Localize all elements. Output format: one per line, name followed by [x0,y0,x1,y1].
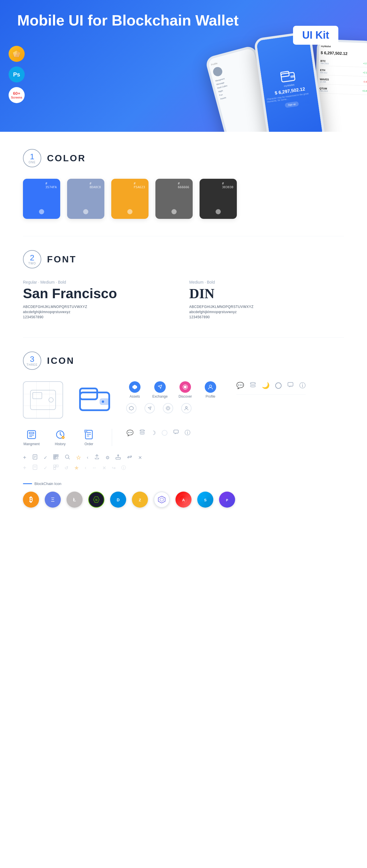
icon-num: 3 [30,355,34,363]
receipt-icon [32,454,38,461]
x-icon-dim: ✕ [102,465,106,471]
separator-2 [23,337,344,338]
svg-text:D: D [117,498,119,502]
color-swatch-gray-blue: #8DA0C8 [67,179,104,219]
coin-row-btc: BTC 788·2003 +1.5% [320,58,367,68]
svg-marker-13 [133,385,137,389]
check-icon-dim: ✓ [44,465,47,471]
photoshop-icon: Ps [9,66,25,83]
management-icon-item: Mangment [23,429,40,446]
coin-row-waves: WAVES 12-298 -0.8% [320,77,367,86]
extra-icons-row1: 💬 🌙 ⓘ [236,381,306,390]
sketch-icon [9,46,25,62]
order-label: Order [85,442,93,446]
svg-rect-50 [58,459,58,459]
discover-icon [179,381,191,393]
color-word: ONE [29,161,36,164]
btc-coin: ₿ [23,492,39,507]
svg-rect-8 [290,75,295,78]
color-section-number: 1 ONE [23,149,41,167]
color-title: COLOR [47,153,86,163]
chevron-left-icon-dim: ‹ [85,465,86,470]
utility-icons-row-1: + ✓ ☆ ‹ ⚙ ✕ [23,454,344,461]
utility-icons-row-2: + ✓ ↺ ★ ‹ ↔ ✕ ↪ ⓘ [23,464,344,471]
phone-mockups: Profile Mangment Message Redi Calles Nig… [209,34,367,132]
management-icon [26,429,37,440]
phone-screen-right: myWallet $ 6,297,502.12 BTC 788·2003 +1.… [316,41,367,132]
coin-row-qtum: QTUM 708-2003 +0.4% [319,86,367,95]
star-filled-icon: ★ [74,464,79,471]
exchange-outline-icon [144,403,155,413]
speech-icon [287,381,293,390]
svg-point-51 [65,455,69,458]
chat-icon: 💬 [236,382,244,389]
svg-point-12 [102,401,104,403]
font-sf-upper: ABCDEFGHIJKLMNOPQRSTUVWXYZ [23,305,178,309]
layers-small-icon [139,429,145,436]
svg-point-18 [167,407,169,409]
font-din-style: Medium · Bold [189,280,344,284]
font-word: TWO [28,262,36,265]
svg-marker-68 [158,496,165,503]
layers-icon [250,381,256,390]
hero-section: Mobile UI for Blockchain Wallet UI Kit P… [0,0,367,132]
icon-word: THREE [27,363,38,366]
wallet-wireframe-icon [23,381,63,418]
tab-icons-row: Mangment History [23,429,344,446]
font-section-number: 2 TWO [23,250,41,269]
svg-rect-59 [54,467,56,469]
redo-icon-dim: ↪ [112,465,116,471]
history-icon [55,429,66,440]
icon-title: ICON [47,355,75,366]
color-swatch-gray: #666666 [156,179,193,219]
profile-label: Profile [205,395,215,399]
check-icon: ✓ [44,455,47,460]
color-swatches: #3574FA #8DA0C8 #F5A623 #666666 #303030 [23,179,344,219]
font-num: 2 [30,254,34,262]
dot-icon [162,430,167,436]
svg-rect-33 [85,430,87,432]
coin-row-eth: ETH 564.912 +2.1% [320,68,367,77]
ltc-coin: Ł [66,492,83,507]
util-icons-row-1: 💬 ☽ ⓘ [126,429,190,437]
wallet-blue-icon [75,381,115,418]
svg-rect-22 [288,382,293,386]
ui-kit-badge: UI Kit [293,26,338,45]
icon-section-header: 3 THREE ICON [23,351,344,370]
util-icons-block: 💬 ☽ ⓘ [126,429,190,437]
profile-icon [205,381,216,393]
svg-text:N: N [95,498,97,502]
order-icon [83,429,94,440]
color-swatch-dark: #303030 [200,179,237,219]
svg-text:S: S [204,498,207,502]
font-din-numbers: 1234567890 [189,315,344,319]
history-label: History [55,442,65,446]
svg-rect-23 [28,431,35,439]
svg-point-20 [186,406,187,408]
hero-title: Mobile UI for Blockchain Wallet [17,11,238,29]
svg-rect-10 [80,389,97,399]
svg-rect-47 [54,458,55,459]
plus-icon: + [23,454,26,461]
color-section-header: 1 ONE COLOR [23,149,344,167]
grid-coin [154,492,170,507]
info-small-icon: ⓘ [185,429,190,437]
svg-rect-24 [29,432,34,434]
info-icon-dim: ⓘ [121,465,126,471]
order-icon-item: Order [80,429,97,446]
hero-icons: Ps 60+ Screens [9,46,25,103]
svg-text:A: A [182,498,185,502]
blockchain-line-decor [23,483,32,484]
phone-screen-center: myWallet $ 6,297,502.12 Character may be… [256,33,323,132]
plus-icon-dim: + [23,465,26,471]
exchange-icon [154,381,166,393]
arrows-icon-dim: ↔ [92,465,96,470]
storm-coin: S [197,492,213,507]
info-icon: ⓘ [299,381,306,390]
svg-rect-53 [116,458,120,459]
font-grid: Regular · Medium · Bold San Francisco AB… [23,280,344,320]
font-din-upper: ABCDEFGHIJKLMNOPQRSTUVWXYZ [189,305,344,309]
font-sf-lower: abcdefghijklmnopqrstuvwxyz [23,310,178,314]
chevron-left-icon: ‹ [87,455,88,460]
color-num: 1 [30,153,34,161]
